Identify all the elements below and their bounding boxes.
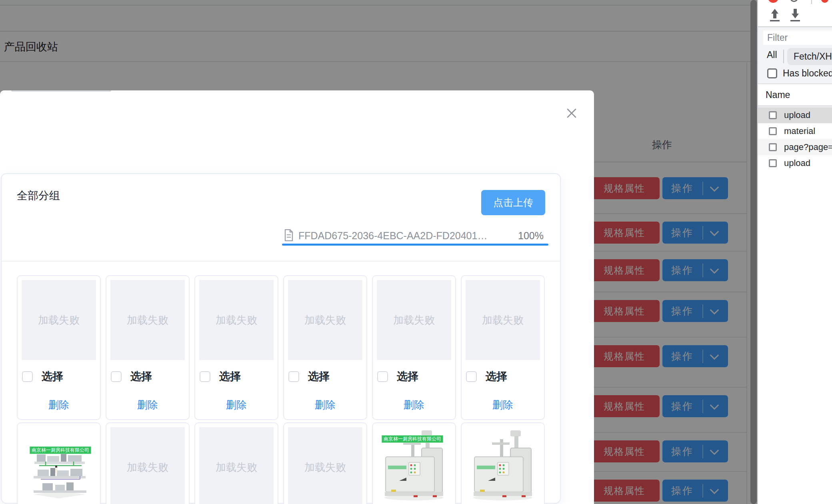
media-card-grid: 加载失败 选择 删除 加载失败 选择 删除 加载失败 选择 删除 加载失败 选择… xyxy=(17,275,545,504)
has-blocked-filter[interactable]: Has blocked xyxy=(767,68,832,79)
groups-panel: 全部分组 点击上传 FFDAD675-2036-4EBC-AA2D-FD2040… xyxy=(1,173,561,504)
card-select[interactable]: 选择 xyxy=(200,369,241,384)
product-image: 南京林一厨房科技有限公司 xyxy=(377,427,451,504)
select-checkbox[interactable] xyxy=(22,371,33,382)
import-har-icon[interactable] xyxy=(770,8,780,24)
record-icon[interactable] xyxy=(768,0,778,3)
filter-input[interactable]: Filter xyxy=(763,30,832,45)
image-banner-text: 南京林一厨房科技有限公司 xyxy=(30,446,91,454)
modal-top-accent xyxy=(11,90,111,92)
upload-progress-bar xyxy=(282,244,548,246)
media-card: 加载失败 选择 删除 xyxy=(194,275,278,420)
delete-link[interactable]: 删除 xyxy=(18,398,100,412)
media-card: 加载失败 选择 删除 xyxy=(283,422,367,504)
media-card: 加载失败 选择 删除 xyxy=(106,422,190,504)
image-load-failed-placeholder: 加载失败 xyxy=(377,280,451,360)
clear-icon[interactable] xyxy=(790,0,798,2)
network-request-row[interactable]: material xyxy=(758,123,832,139)
request-name: material xyxy=(784,126,815,136)
image-load-failed-placeholder: 加载失败 xyxy=(288,427,362,504)
card-select[interactable]: 选择 xyxy=(466,369,507,384)
product-image xyxy=(466,427,540,504)
media-card: 加载失败 选择 删除 xyxy=(106,275,190,420)
network-request-list: upload material page?page= upload xyxy=(758,107,832,171)
media-card: 加载失败 选择 删除 xyxy=(283,275,367,420)
machine-product-image xyxy=(466,427,540,504)
close-icon[interactable] xyxy=(566,107,578,119)
image-load-failed-placeholder: 加载失败 xyxy=(288,280,362,360)
devtools-har-toolbar xyxy=(758,4,832,26)
devtools-panel: Filter All Fetch/XHR Has blocked Name up… xyxy=(757,0,832,504)
request-file-icon xyxy=(769,159,777,167)
request-name: upload xyxy=(784,158,810,168)
select-label: 选择 xyxy=(130,369,152,384)
media-card: 加载失败 选择 删除 xyxy=(372,275,456,420)
media-card: 加载失败 选择 删除 xyxy=(461,275,545,420)
filter-tab-fetch-xhr[interactable]: Fetch/XHR xyxy=(787,48,832,65)
filter-section: Filter All Fetch/XHR Has blocked xyxy=(758,27,832,84)
image-load-failed-placeholder: 加载失败 xyxy=(110,427,185,504)
delete-link[interactable]: 删除 xyxy=(284,398,366,412)
select-label: 选择 xyxy=(42,369,63,384)
media-card: 南京林一厨房科技有限公司 选择 删除 xyxy=(372,422,456,504)
media-card: 加载失败 选择 删除 xyxy=(194,422,278,504)
upload-filename: FFDAD675-2036-4EBC-AA2D-FD20401… xyxy=(298,230,487,242)
product-image: 南京林一厨房科技有限公司 xyxy=(22,427,96,504)
image-load-failed-placeholder: 加载失败 xyxy=(110,280,185,360)
has-blocked-label: Has blocked xyxy=(783,68,832,79)
request-name: page?page= xyxy=(784,142,832,152)
delete-link[interactable]: 删除 xyxy=(106,398,189,412)
network-request-row[interactable]: upload xyxy=(758,107,832,123)
card-select[interactable]: 选择 xyxy=(288,369,330,384)
card-select[interactable]: 选择 xyxy=(111,369,152,384)
upload-percent: 100% xyxy=(518,230,544,242)
delete-link[interactable]: 删除 xyxy=(373,398,455,412)
filter-tab-divider xyxy=(783,50,784,63)
network-request-row[interactable]: upload xyxy=(758,155,832,171)
image-load-failed-placeholder: 加载失败 xyxy=(199,280,274,360)
request-file-icon xyxy=(769,111,777,119)
select-label: 选择 xyxy=(486,369,507,384)
media-card: 选择 删除 xyxy=(461,422,545,504)
network-name-header[interactable]: Name xyxy=(758,84,832,106)
network-request-row[interactable]: page?page= xyxy=(758,139,832,155)
filter-tab-all[interactable]: All xyxy=(767,50,777,60)
select-checkbox[interactable] xyxy=(288,371,299,382)
card-select[interactable]: 选择 xyxy=(22,369,63,384)
request-file-icon xyxy=(769,143,777,151)
select-checkbox[interactable] xyxy=(200,371,210,382)
has-blocked-checkbox[interactable] xyxy=(767,68,777,78)
panel-title: 全部分组 xyxy=(17,188,60,203)
select-label: 选择 xyxy=(397,369,418,384)
select-checkbox[interactable] xyxy=(377,371,388,382)
devtools-toolbar xyxy=(758,0,832,4)
document-icon xyxy=(284,229,294,243)
media-card: 加载失败 选择 删除 xyxy=(17,275,101,420)
select-checkbox[interactable] xyxy=(111,371,122,382)
issues-badge-icon[interactable] xyxy=(821,0,828,3)
select-label: 选择 xyxy=(308,369,330,384)
image-load-failed-placeholder: 加载失败 xyxy=(199,427,274,504)
toolbar-divider xyxy=(811,0,812,4)
request-file-icon xyxy=(769,127,777,135)
select-label: 选择 xyxy=(219,369,241,384)
image-load-failed-placeholder: 加载失败 xyxy=(466,280,540,360)
media-card: 南京林一厨房科技有限公司 选择 删除 xyxy=(17,422,101,504)
card-select[interactable]: 选择 xyxy=(377,369,418,384)
request-name: upload xyxy=(784,110,810,120)
upload-button[interactable]: 点击上传 xyxy=(481,190,545,215)
delete-link[interactable]: 删除 xyxy=(195,398,278,412)
select-checkbox[interactable] xyxy=(466,371,477,382)
image-load-failed-placeholder: 加载失败 xyxy=(22,280,96,360)
panel-divider xyxy=(2,261,560,262)
image-banner-text: 南京林一厨房科技有限公司 xyxy=(382,435,443,443)
delete-link[interactable]: 删除 xyxy=(462,398,544,412)
upload-progress-row: FFDAD675-2036-4EBC-AA2D-FD20401… 100% xyxy=(2,226,560,244)
shelf-product-image xyxy=(22,427,96,504)
export-har-icon[interactable] xyxy=(790,8,800,24)
